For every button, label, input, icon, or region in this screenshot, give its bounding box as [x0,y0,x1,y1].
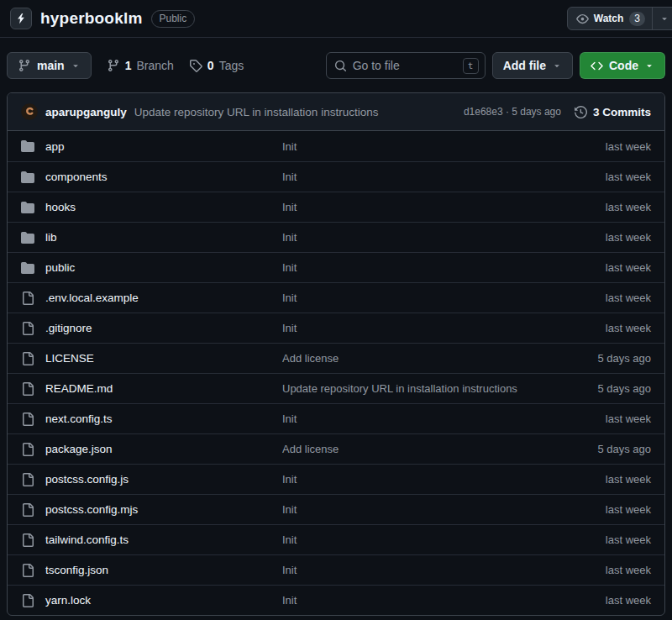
file-name[interactable]: yarn.lock [45,594,91,607]
toolbar-actions: t Add file Code [326,52,665,79]
file-name[interactable]: .gitignore [45,322,92,334]
file-name-cell: components [21,171,282,184]
commit-history-link[interactable]: 3 Commits [575,106,651,118]
tags-count: 0 [207,59,214,72]
commit-message-cell[interactable]: Init [282,231,606,244]
file-name-cell: package.json [21,443,282,456]
commit-message-cell[interactable]: Init [282,201,606,213]
table-row[interactable]: postcss.config.mjs Init last week [8,494,664,524]
file-name[interactable]: hooks [45,201,76,213]
commit-message-cell[interactable]: Init [282,171,606,183]
file-name[interactable]: package.json [45,443,113,455]
table-row[interactable]: yarn.lock Init last week [8,585,664,615]
folder-icon [21,171,34,184]
tags-link[interactable]: 0 Tags [189,59,244,72]
watch-button[interactable]: Watch 3 [567,7,672,30]
commit-message-cell[interactable]: Init [282,594,606,607]
table-row[interactable]: lib Init last week [8,222,664,252]
file-name-cell: lib [21,231,282,244]
table-row[interactable]: .gitignore Init last week [8,313,664,343]
table-row[interactable]: .env.local.example Init last week [8,282,664,313]
commit-date-cell: last week [606,201,651,213]
file-icon [21,564,34,577]
file-name-cell: public [21,261,282,275]
code-label: Code [609,59,638,72]
file-table: aparupganguly Update repository URL in i… [7,92,665,616]
branches-link[interactable]: 1 Branch [107,59,174,72]
file-name-cell: README.md [21,382,282,396]
table-row[interactable]: postcss.config.js Init last week [8,464,664,494]
file-name[interactable]: postcss.config.mjs [45,503,138,516]
latest-commit-bar: aparupganguly Update repository URL in i… [8,93,664,131]
repo-avatar[interactable] [10,8,32,29]
add-file-button[interactable]: Add file [492,52,573,79]
table-row[interactable]: app Init last week [8,131,664,161]
file-name[interactable]: tailwind.config.ts [45,533,129,546]
file-rows: app Init last week components [8,131,664,615]
table-row[interactable]: LICENSE Add license 5 days ago [8,343,664,373]
file-name[interactable]: LICENSE [45,352,94,365]
table-row[interactable]: tailwind.config.ts Init last week [8,524,664,554]
file-name[interactable]: .env.local.example [45,292,139,304]
file-name[interactable]: public [45,261,75,274]
commit-message-cell[interactable]: Add license [282,352,597,365]
file-icon [21,533,34,547]
commit-message-cell[interactable]: Init [282,140,606,153]
file-name-cell: LICENSE [21,352,282,365]
commit-date-cell: 5 days ago [597,352,651,365]
table-row[interactable]: next.config.ts Init last week [8,403,664,433]
commit-message-cell[interactable]: Init [282,292,606,304]
file-name[interactable]: tsconfig.json [45,564,108,576]
file-name[interactable]: next.config.ts [45,412,113,425]
table-row[interactable]: components Init last week [8,161,664,192]
add-file-label: Add file [503,59,546,72]
go-to-file-search[interactable]: t [326,52,486,79]
table-row[interactable]: README.md Update repository URL in insta… [8,373,664,403]
file-name-cell: .env.local.example [21,292,282,305]
commit-message-cell[interactable]: Init [282,503,606,516]
search-input[interactable] [353,59,457,72]
commit-message-cell[interactable]: Init [282,473,606,486]
watch-label: Watch [594,13,624,24]
commit-date-cell: 5 days ago [597,382,651,395]
branches-count: 1 [125,59,132,72]
file-name-cell: .gitignore [21,322,282,335]
commit-message-cell[interactable]: Init [282,564,606,576]
file-name-cell: app [21,139,282,153]
file-name[interactable]: app [45,140,65,153]
file-icon [21,473,34,486]
file-name-cell: tailwind.config.ts [21,533,282,547]
commit-message-cell[interactable]: Init [282,412,606,425]
commit-message-cell[interactable]: Init [282,261,606,274]
file-name[interactable]: postcss.config.js [45,473,129,486]
commit-message-cell[interactable]: Add license [282,443,597,455]
commit-date-cell: last week [606,594,651,607]
commit-hash-time[interactable]: d1e68e3 · 5 days ago [464,106,561,118]
file-name[interactable]: components [45,171,108,183]
table-row[interactable]: package.json Add license 5 days ago [8,433,664,464]
commit-message-cell[interactable]: Init [282,322,606,334]
author-avatar[interactable] [21,103,38,120]
commit-message[interactable]: Update repository URL in installation in… [134,106,455,118]
commit-author[interactable]: aparupganguly [45,106,127,118]
file-name[interactable]: README.md [45,382,113,395]
commit-date-cell: last week [606,171,651,183]
table-row[interactable]: public Init last week [8,252,664,282]
search-icon [334,60,347,72]
table-row[interactable]: tsconfig.json Init last week [8,554,664,585]
folder-icon [21,261,34,275]
code-button[interactable]: Code [580,52,665,79]
commit-date-cell: last week [606,412,651,425]
file-name[interactable]: lib [45,231,57,244]
file-name-cell: tsconfig.json [21,564,282,577]
chevron-down-icon[interactable] [652,8,672,29]
repo-page: hyperbooklm Public Watch 3 main [0,0,672,620]
file-icon [21,322,34,335]
git-branch-icon [107,59,120,72]
branch-selector[interactable]: main [7,52,92,79]
commit-message-cell[interactable]: Update repository URL in installation in… [282,382,597,395]
commit-message-cell[interactable]: Init [282,533,606,546]
table-row[interactable]: hooks Init last week [8,192,664,222]
repo-title[interactable]: hyperbooklm [40,9,143,28]
file-icon [21,412,34,426]
